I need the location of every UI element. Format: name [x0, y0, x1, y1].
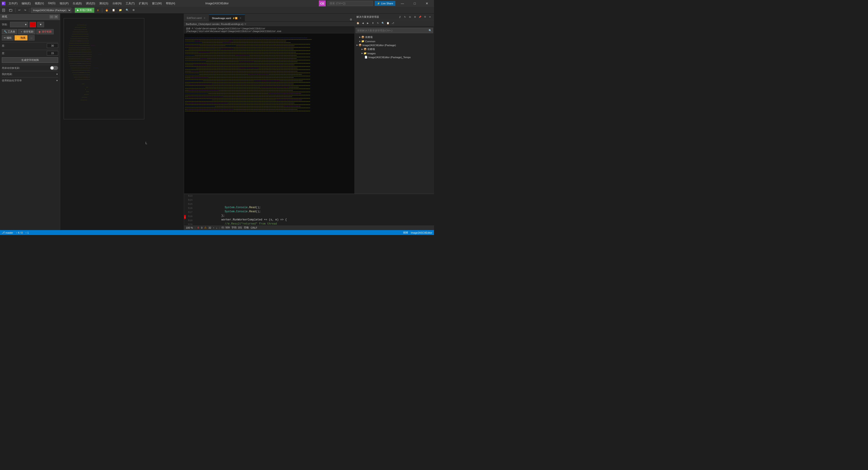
- se-filter[interactable]: 🔍: [381, 21, 385, 25]
- init-char-row[interactable]: 使用初始化字符串 ▼: [2, 77, 58, 84]
- svg-text:+ + + + +: + + + + +: [86, 58, 91, 59]
- tool-window-minimize[interactable]: —: [50, 15, 54, 19]
- scroll-toggle[interactable]: [50, 66, 58, 70]
- clear-brush-button[interactable]: 🗑 清空笔刷: [36, 29, 54, 34]
- status-app-name[interactable]: Image2ASCIIEditor: [411, 231, 432, 234]
- tree-arrow-package: ▶: [356, 44, 358, 46]
- tools-label: 工具条: [8, 30, 15, 33]
- close-button[interactable]: ✕: [422, 0, 432, 7]
- tool-buttons-row: 🔧 工具条 ＋ 保存笔刷 🗑 清空笔刷 ✏: [2, 29, 58, 40]
- project-dropdown[interactable]: Image2ASCIIEditor (Package): [31, 8, 71, 13]
- tree-item-deps2[interactable]: ▶ 📦 依赖项: [355, 47, 434, 51]
- run-button[interactable]: ▶ 本地计算机: [75, 8, 94, 13]
- save-brush-button[interactable]: ＋ 保存笔刷: [18, 29, 35, 34]
- terminal-output-area: 选择 F:\Code\DesktopApp\Image2ASCIIEditor\…: [184, 27, 354, 194]
- status-git-icon[interactable]: ⎇ master: [2, 231, 13, 234]
- drag-button[interactable]: ✋ 拖拽: [14, 35, 28, 40]
- tab-edittext[interactable]: EditText.xaml ✕: [184, 14, 209, 21]
- svg-text:+ + + + + + + + + + + + + + + : + + + + + + + + + + + + + + + + + + + + …: [69, 43, 89, 44]
- color-dropdown[interactable]: ▼: [37, 22, 44, 27]
- se-home[interactable]: 🏠: [355, 21, 360, 25]
- tree-item-common[interactable]: ▶ 📁 Common: [355, 39, 434, 43]
- toolbar-extra3[interactable]: 📁: [118, 8, 123, 12]
- editor-settings-button[interactable]: ⚙: [349, 18, 353, 21]
- se-search-input[interactable]: [355, 28, 433, 33]
- menu-tools[interactable]: 工具(T): [124, 1, 136, 6]
- se-search-icon: 🔍: [429, 29, 432, 32]
- toolbar-extra1[interactable]: 🔥: [104, 8, 110, 12]
- se-toolbar-settings[interactable]: ⚙: [413, 14, 417, 19]
- toolbar-redo[interactable]: ↪: [23, 8, 28, 12]
- toolbar-extra2[interactable]: 📋: [111, 8, 117, 12]
- app-title: Image2ASCIIEditor: [206, 2, 229, 5]
- status-ready: 就绪: [403, 231, 408, 234]
- tree-item-tempo[interactable]: 📄 Image2ASCIIEditor (Package)_Tempo: [355, 55, 434, 59]
- tool-window-close[interactable]: ✕: [54, 15, 58, 19]
- menu-git[interactable]: Git(G): [46, 1, 57, 6]
- toolbar-extra5[interactable]: ⚙: [131, 8, 136, 12]
- color-picker[interactable]: [30, 22, 36, 27]
- se-properties[interactable]: 📋: [385, 21, 390, 25]
- se-up[interactable]: ⬆: [371, 21, 375, 25]
- tree-item-package[interactable]: ▶ 📦 Image2ASCIIEditor (Package): [355, 43, 434, 47]
- editor-nav-down[interactable]: ↓: [216, 226, 217, 229]
- menu-debug[interactable]: 调试(D): [84, 1, 97, 6]
- toolbar-new[interactable]: [1, 8, 7, 12]
- se-close[interactable]: ✕: [428, 14, 432, 19]
- live-share-button[interactable]: ⚡ Live Share: [375, 1, 395, 6]
- maximize-button[interactable]: □: [409, 0, 420, 7]
- tools-button[interactable]: 🔧 工具条: [2, 29, 17, 34]
- tab-edittext-close[interactable]: ✕: [203, 17, 206, 20]
- se-back[interactable]: ◀: [361, 21, 365, 25]
- editor-nav-up[interactable]: ↑: [213, 226, 214, 229]
- breadcrumb-nav[interactable]: ⊕: [244, 23, 246, 26]
- se-refresh[interactable]: ↻: [376, 21, 380, 25]
- toolbar-undo[interactable]: ↩: [17, 8, 22, 12]
- toolbar-debug[interactable]: ⏸: [95, 8, 100, 12]
- menu-test[interactable]: 测试(S): [97, 1, 110, 6]
- menu-help[interactable]: 帮助(H): [164, 1, 177, 6]
- sep3: [73, 8, 73, 12]
- status-source-control[interactable]: ↑ 4 / 0: [16, 231, 23, 234]
- my-brush-row[interactable]: 我的笔刷: ▼: [2, 71, 58, 77]
- se-toolbar-btn2[interactable]: ↻: [403, 14, 407, 19]
- tree-label-tempo: Image2ASCIIEditor (Package)_Tempo: [368, 56, 411, 59]
- se-toolbar-row2: 🏠 ◀ ▶ ⬆ ↻ 🔍 📋 ⎇: [355, 20, 434, 26]
- run-icon: ▶: [77, 9, 79, 11]
- tab-showimage-close[interactable]: ✕: [239, 17, 242, 20]
- height-input[interactable]: 15: [47, 51, 58, 56]
- generate-button[interactable]: 生成空字符矩阵: [2, 57, 58, 63]
- edit-button[interactable]: ✏ 编辑: [2, 35, 13, 40]
- edit-icon: ✏: [4, 36, 6, 39]
- menu-project[interactable]: 项目(P): [58, 1, 70, 6]
- se-toolbar-btn1[interactable]: ⮃: [398, 14, 402, 19]
- editor-zoom[interactable]: 100 %: [186, 226, 193, 229]
- tree-item-images[interactable]: ▶ 📁 Images: [355, 51, 434, 55]
- status-line-icon[interactable]: ↑ 1: [26, 231, 29, 234]
- tree-item-deps1[interactable]: ▶ 📦 依赖项: [355, 35, 434, 39]
- menu-file[interactable]: 文件(F): [7, 1, 19, 6]
- se-pin[interactable]: 📌: [417, 14, 422, 19]
- se-git-status[interactable]: ⎇: [391, 21, 395, 25]
- menu-window[interactable]: 窗口(W): [150, 1, 164, 6]
- se-forward[interactable]: ▶: [366, 21, 370, 25]
- menu-analyze[interactable]: 分析(N): [111, 1, 124, 6]
- toolbar-extra4[interactable]: 🔍: [124, 8, 130, 12]
- menu-build[interactable]: 生成(B): [71, 1, 84, 6]
- minimize-button[interactable]: —: [397, 0, 408, 7]
- menu-extensions[interactable]: 扩展(X): [137, 1, 150, 6]
- se-float[interactable]: ⧉: [423, 14, 427, 19]
- menu-view[interactable]: 视图(V): [33, 1, 46, 6]
- svg-text:+ + +: + + +: [86, 91, 89, 92]
- more-button[interactable]: ···: [28, 35, 35, 40]
- search-input[interactable]: [328, 1, 373, 6]
- se-toolbar-collapse[interactable]: ⊟: [408, 14, 412, 19]
- tool-window-titlebar: 画笔 — ✕: [0, 13, 60, 20]
- editor-encoding: CRLF: [251, 226, 257, 229]
- menu-edit[interactable]: 编辑(E): [20, 1, 32, 6]
- char-select[interactable]: ▼: [10, 22, 28, 27]
- width-input[interactable]: 30: [47, 43, 58, 48]
- tab-showimage[interactable]: ShowImage.xaml ⚡🔽 ✕: [209, 14, 245, 21]
- resize-handle[interactable]: L: [146, 141, 147, 145]
- toolbar-open[interactable]: [8, 8, 13, 12]
